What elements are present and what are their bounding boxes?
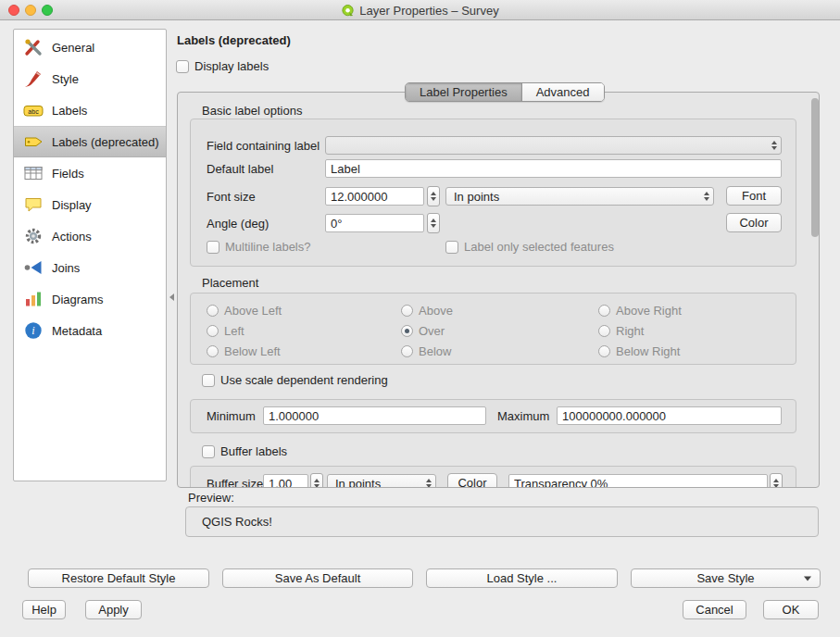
scale-dependent-label: Use scale dependent rendering [220, 373, 388, 387]
multiline-labels-checkbox[interactable] [207, 241, 219, 254]
radio-icon[interactable] [207, 305, 219, 317]
sidebar-item-labels[interactable]: abc Labels [14, 94, 166, 126]
svg-text:i: i [31, 324, 34, 337]
sidebar-item-labels-deprecated[interactable]: Labels (deprecated) [14, 126, 166, 157]
sidebar-item-label: Actions [52, 230, 92, 244]
radio-icon[interactable] [401, 345, 413, 357]
radio-label: Above [419, 304, 453, 318]
field-containing-label-combo[interactable] [325, 136, 782, 155]
sidebar-item-display[interactable]: Display [14, 189, 166, 220]
save-as-default-button[interactable]: Save As Default [222, 568, 413, 588]
panel-scrollbar-thumb[interactable] [811, 98, 819, 237]
display-labels-checkbox[interactable] [176, 60, 189, 73]
sidebar-item-general[interactable]: General [14, 31, 166, 63]
buffer-labels-label: Buffer labels [220, 444, 287, 458]
sidebar-item-metadata[interactable]: i Metadata [14, 315, 166, 346]
default-label-input[interactable] [325, 159, 782, 178]
sidebar-splitter-handle[interactable] [168, 285, 175, 309]
chevron-down-icon [804, 576, 811, 581]
angle-input[interactable] [325, 214, 424, 232]
placement-radio-above-right[interactable]: Above Right [598, 304, 682, 318]
sidebar-item-label: Metadata [52, 324, 102, 338]
multiline-labels-row: Multiline labels? [207, 240, 311, 254]
combo-arrows-icon [771, 141, 777, 150]
font-button[interactable]: Font [726, 186, 782, 206]
font-size-stepper[interactable] [427, 186, 440, 206]
help-button[interactable]: Help [22, 600, 66, 619]
radio-icon[interactable] [207, 325, 219, 337]
minimum-input[interactable] [263, 406, 486, 425]
scale-dependent-checkbox[interactable] [202, 374, 215, 387]
sidebar-item-label: Labels (deprecated) [52, 135, 159, 149]
radio-icon[interactable] [598, 305, 610, 317]
diagrams-icon [23, 289, 44, 309]
placement-radio-left[interactable]: Left [207, 324, 244, 338]
radio-icon[interactable] [207, 345, 219, 357]
svg-text:abc: abc [28, 108, 39, 115]
placement-radio-over[interactable]: Over [401, 324, 445, 338]
panel-scrollbar[interactable] [811, 94, 819, 487]
layer-properties-dialog: { "window": { "title": "Layer Properties… [0, 0, 840, 637]
scale-dependent-row: Use scale dependent rendering [202, 373, 388, 387]
multiline-labels-label: Multiline labels? [225, 240, 311, 254]
save-style-label: Save Style [696, 571, 754, 585]
field-containing-label-label: Field containing label [207, 139, 320, 153]
radio-label: Below Right [616, 344, 680, 358]
sidebar-item-fields[interactable]: Fields [14, 157, 166, 189]
font-units-combo[interactable]: In points [445, 187, 714, 206]
buffer-labels-row: Buffer labels [202, 444, 287, 458]
buffer-transparency-stepper[interactable] [770, 473, 783, 488]
sidebar-item-actions[interactable]: Actions [14, 220, 166, 252]
radio-icon[interactable] [598, 325, 610, 337]
placement-radio-below[interactable]: Below [401, 344, 451, 358]
buffer-transparency-input[interactable] [508, 474, 768, 488]
radio-icon[interactable] [598, 345, 610, 357]
angle-stepper[interactable] [427, 213, 440, 233]
label-only-selected-checkbox[interactable] [445, 241, 458, 254]
sidebar-item-joins[interactable]: Joins [14, 252, 166, 283]
sidebar-item-label: Joins [52, 261, 80, 275]
sidebar-item-diagrams[interactable]: Diagrams [14, 283, 166, 315]
maximum-input[interactable] [557, 406, 782, 425]
tab-label-properties[interactable]: Label Properties [406, 83, 521, 101]
radio-label: Right [616, 324, 644, 338]
tab-bar: Label Properties Advanced [405, 82, 605, 102]
buffer-size-input[interactable] [263, 474, 308, 488]
label-only-selected-row: Label only selected features [445, 240, 614, 254]
label-properties-panel: Basic label options Field containing lab… [177, 92, 820, 488]
angle-label: Angle (deg) [207, 217, 269, 231]
default-label-label: Default label [207, 162, 273, 176]
placement-radio-above[interactable]: Above [401, 304, 453, 318]
sidebar-item-label: Style [52, 72, 79, 86]
apply-button[interactable]: Apply [85, 600, 142, 619]
ok-button[interactable]: OK [763, 600, 819, 619]
color-button[interactable]: Color [726, 213, 782, 232]
load-style-button[interactable]: Load Style ... [426, 568, 618, 588]
restore-default-style-button[interactable]: Restore Default Style [28, 568, 209, 588]
buffer-units-value: In points [335, 477, 381, 489]
style-icon [23, 69, 44, 89]
save-style-button[interactable]: Save Style [631, 568, 821, 588]
placement-radio-below-left[interactable]: Below Left [207, 344, 281, 358]
buffer-color-button[interactable]: Color [447, 473, 497, 488]
radio-icon[interactable] [401, 305, 413, 317]
fields-icon [23, 163, 44, 183]
placement-radio-above-left[interactable]: Above Left [207, 304, 282, 318]
tab-advanced[interactable]: Advanced [521, 83, 604, 101]
window-title-area: Layer Properties – Survey [0, 0, 840, 20]
radio-label: Above Right [616, 304, 682, 318]
radio-label: Left [224, 324, 244, 338]
preview-label: Preview: [188, 491, 234, 505]
preview-text: QGIS Rocks! [202, 515, 272, 529]
placement-radio-below-right[interactable]: Below Right [598, 344, 680, 358]
font-size-input[interactable] [325, 187, 424, 206]
buffer-labels-checkbox[interactable] [202, 445, 215, 458]
buffer-units-combo[interactable]: In points [327, 474, 436, 488]
sidebar-item-style[interactable]: Style [14, 63, 166, 94]
joins-icon [23, 257, 44, 278]
combo-arrows-icon [704, 192, 709, 201]
buffer-size-stepper[interactable] [310, 473, 323, 488]
radio-icon[interactable] [401, 325, 413, 337]
placement-radio-right[interactable]: Right [598, 324, 644, 338]
cancel-button[interactable]: Cancel [683, 600, 746, 619]
